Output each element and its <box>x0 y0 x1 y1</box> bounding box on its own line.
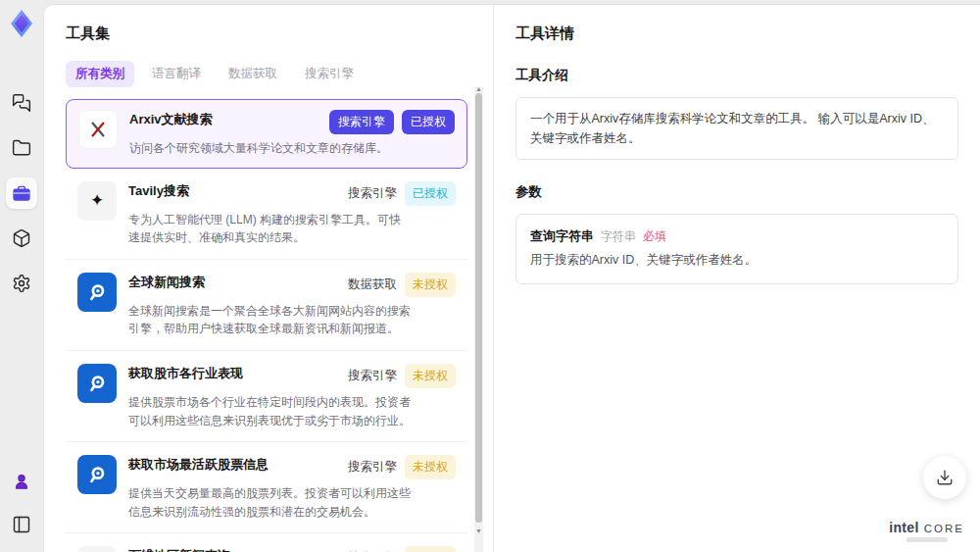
icon-rail-sidebar <box>0 0 43 552</box>
param-box: 查询字符串 字符串 必填 用于搜索的Arxiv ID、关键字或作者姓名。 <box>515 214 958 284</box>
list-scrollbar[interactable]: ▲ ▼ <box>474 87 483 552</box>
avatar-icon <box>12 472 31 491</box>
sidebar-item-plugins[interactable] <box>6 223 37 254</box>
category-label: 搜索引擎 <box>348 181 397 206</box>
intro-box: 一个用于从Arxiv存储库搜索科学论文和文章的工具。 输入可以是Arxiv ID… <box>515 97 958 160</box>
tool-list-item[interactable]: 获取股市各行业表现 搜索引擎 未授权 提供股票市场各个行业在特定时间段内的表现。… <box>66 351 467 442</box>
tool-title: 获取市场最活跃股票信息 <box>128 455 348 474</box>
tool-list-item[interactable]: 获取市场最活跃股票信息 搜索引擎 未授权 提供当天交易量最高的股票列表。投资者可… <box>66 442 467 533</box>
tab-all-categories[interactable]: 所有类别 <box>66 61 134 87</box>
brand-subtext <box>906 537 948 542</box>
page-title: 工具集 <box>66 25 467 43</box>
category-label: 搜索引擎 <box>348 364 397 388</box>
sidebar-item-files[interactable] <box>6 132 37 164</box>
cube-icon <box>12 228 31 248</box>
panel-toggle-icon <box>12 515 31 534</box>
tool-title: 获取股市各行业表现 <box>128 364 348 382</box>
auth-badge: 未授权 <box>405 455 456 479</box>
sidebar-item-chat[interactable] <box>6 87 37 119</box>
param-name: 查询字符串 <box>530 227 594 245</box>
tool-title: 全球新闻搜索 <box>128 273 348 291</box>
param-required-badge: 必填 <box>643 228 666 245</box>
active-stocks-icon <box>77 455 117 494</box>
download-icon <box>936 469 954 486</box>
stock-sector-icon <box>77 364 117 403</box>
intel-core-badge: intel core <box>889 520 964 542</box>
region-news-icon <box>77 546 117 552</box>
tool-title: 万维地区新闻查询 <box>128 546 348 552</box>
chat-icon <box>12 93 31 113</box>
tool-description: 专为人工智能代理 (LLM) 构建的搜索引擎工具。可快速提供实时、准确和真实的结… <box>128 211 456 247</box>
tool-list-item[interactable]: ✦ Tavily搜索 搜索引擎 已授权 专为人工智能代理 (LLM) 构建的搜索… <box>66 169 467 260</box>
toolbox-icon <box>12 183 31 203</box>
category-label: 搜索引擎 <box>348 455 397 479</box>
brand-core-label: core <box>919 523 964 534</box>
tool-title: Tavily搜索 <box>128 181 348 200</box>
detail-title: 工具详情 <box>515 25 958 43</box>
tool-description: 全球新闻搜索是一个聚合全球各大新闻网站内容的搜索引擎，帮助用户快速获取全球最新资… <box>128 302 456 338</box>
tavily-sparkle-icon: ✦ <box>77 181 117 221</box>
param-description: 用于搜索的Arxiv ID、关键字或作者姓名。 <box>530 252 944 269</box>
scrollbar-up-arrow[interactable]: ▲ <box>475 85 482 92</box>
tool-list-item[interactable]: 全球新闻搜索 数据获取 未授权 全球新闻搜索是一个聚合全球各大新闻网站内容的搜索… <box>66 260 467 351</box>
tool-description: 访问各个研究领域大量科学论文和文章的存储库。 <box>129 139 455 158</box>
gear-icon <box>12 274 31 293</box>
tool-title: Arxiv文献搜索 <box>129 110 329 128</box>
brand-intel-label: intel <box>889 520 918 535</box>
app-logo-icon <box>5 7 38 40</box>
intro-heading: 工具介绍 <box>515 67 958 84</box>
folder-icon <box>12 138 31 158</box>
download-button[interactable] <box>923 456 966 499</box>
category-label: 搜索引擎 <box>348 546 397 552</box>
tool-list-item[interactable]: 万维地区新闻查询 搜索引擎 未授权 查询具体行政区划内的新闻，快速了解各地新闻动 <box>66 533 467 552</box>
sidebar-item-settings[interactable] <box>6 268 37 299</box>
scrollbar-down-arrow[interactable]: ▼ <box>475 527 482 534</box>
user-avatar-button[interactable] <box>6 466 37 497</box>
auth-badge: 已授权 <box>405 181 456 206</box>
tool-description: 提供当天交易量最高的股票列表。投资者可以利用这些信息来识别流动性强的股票和潜在的… <box>128 484 456 521</box>
auth-badge: 未授权 <box>405 546 456 552</box>
app-window: 工具集 所有类别 语言翻译 数据获取 搜索引擎 Arxiv文献搜索 <box>0 0 980 552</box>
tool-list-panel: 工具集 所有类别 语言翻译 数据获取 搜索引擎 Arxiv文献搜索 <box>44 5 493 552</box>
param-type: 字符串 <box>601 228 636 245</box>
tool-list-item-selected[interactable]: Arxiv文献搜索 搜索引擎 已授权 访问各个研究领域大量科学论文和文章的存储库… <box>66 99 467 169</box>
news-search-icon <box>77 273 117 312</box>
intro-text: 一个用于从Arxiv存储库搜索科学论文和文章的工具。 输入可以是Arxiv ID… <box>530 109 944 148</box>
arxiv-icon <box>78 110 118 149</box>
category-badge: 搜索引擎 <box>329 110 394 134</box>
tool-detail-panel: 工具详情 工具介绍 一个用于从Arxiv存储库搜索科学论文和文章的工具。 输入可… <box>493 5 980 552</box>
sidebar-item-tools[interactable] <box>6 177 37 209</box>
tool-description: 提供股票市场各个行业在特定时间段内的表现。投资者可以利用这些信息来识别表现优于或… <box>128 393 456 429</box>
params-heading: 参数 <box>515 183 958 201</box>
auth-badge: 已授权 <box>402 110 455 134</box>
tab-data-fetch[interactable]: 数据获取 <box>219 61 287 87</box>
scrollbar-thumb[interactable] <box>475 93 482 523</box>
tab-search-engine[interactable]: 搜索引擎 <box>295 61 364 87</box>
collapse-panel-button[interactable] <box>6 509 37 540</box>
auth-badge: 未授权 <box>405 364 456 388</box>
main-content: 工具集 所有类别 语言翻译 数据获取 搜索引擎 Arxiv文献搜索 <box>43 4 980 552</box>
category-label: 数据获取 <box>348 273 397 297</box>
category-tabs: 所有类别 语言翻译 数据获取 搜索引擎 <box>66 61 467 87</box>
tab-language-translation[interactable]: 语言翻译 <box>142 61 211 87</box>
auth-badge: 未授权 <box>405 273 456 297</box>
